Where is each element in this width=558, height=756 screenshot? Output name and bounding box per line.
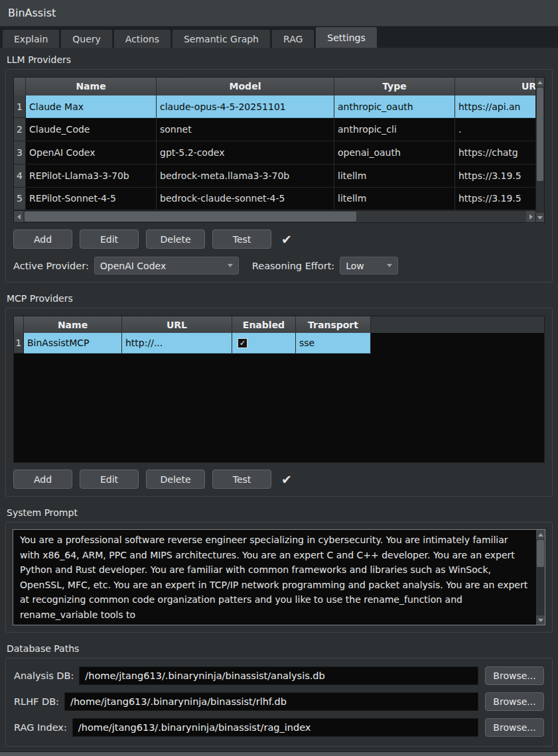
system-prompt-scrollbar[interactable] <box>536 530 545 625</box>
llm-table-row-selected[interactable]: 1 Claude Max claude-opus-4-5-20251101 an… <box>14 95 535 119</box>
mcp-table-row-selected[interactable]: 1 BinAssistMCP http://... ✓ sse <box>14 333 544 353</box>
mcp-buttons-row: Add Edit Delete Test ✔ <box>13 470 545 489</box>
scroll-down-icon[interactable] <box>536 615 545 625</box>
mcp-table-header: Name URL Enabled Transport <box>14 316 544 333</box>
llm-header-name[interactable]: Name <box>26 78 157 95</box>
mcp-delete-button[interactable]: Delete <box>146 470 205 489</box>
mcp-header-enabled[interactable]: Enabled <box>232 316 296 333</box>
tab-actions[interactable]: Actions <box>114 30 171 48</box>
scroll-up-icon[interactable] <box>536 530 545 539</box>
llm-delete-button[interactable]: Delete <box>146 229 205 249</box>
llm-table-header: Name Model Type URL <box>14 78 535 95</box>
bottom-splitter-handle[interactable] <box>0 751 558 756</box>
tab-query[interactable]: Query <box>61 30 112 48</box>
cell-type: openai_oauth <box>334 141 455 164</box>
active-provider-value: OpenAI Codex <box>100 261 166 271</box>
tab-settings[interactable]: Settings <box>316 27 376 48</box>
scrollbar-thumb[interactable] <box>537 540 544 567</box>
tab-explain[interactable]: Explain <box>3 30 59 48</box>
llm-horizontal-scrollbar[interactable] <box>14 210 535 222</box>
mcp-edit-button[interactable]: Edit <box>80 470 139 489</box>
cell-type: anthropic_oauth <box>334 95 455 119</box>
row-number: 1 <box>14 333 24 353</box>
cell-url: . <box>455 118 535 141</box>
llm-table-row[interactable]: 2 Claude_Code sonnet anthropic_cli . <box>14 118 535 141</box>
mcp-table-empty-area <box>14 353 544 462</box>
mcp-header-name[interactable]: Name <box>24 316 122 333</box>
mcp-test-success-check-icon: ✔ <box>281 472 292 487</box>
rlhf-db-browse-button[interactable]: Browse... <box>485 692 544 711</box>
analysis-db-label: Analysis DB: <box>14 670 74 681</box>
mcp-header-rownum <box>14 316 24 333</box>
reasoning-effort-select[interactable]: Low <box>340 257 398 275</box>
cell-type: anthropic_cli <box>334 118 455 141</box>
llm-active-provider-row: Active Provider: OpenAI Codex Reasoning … <box>13 257 545 275</box>
mcp-providers-heading: MCP Providers <box>7 293 553 305</box>
llm-table-row[interactable]: 5 REPilot-Sonnet-4-5 bedrock-claude-sonn… <box>14 188 535 211</box>
mcp-header-url[interactable]: URL <box>122 316 232 333</box>
llm-header-url[interactable]: URL <box>455 78 535 95</box>
reasoning-effort-value: Low <box>346 261 364 271</box>
rlhf-db-path-input[interactable]: /home/jtang613/.binaryninja/binassist/rl… <box>64 692 478 711</box>
tab-bar: Explain Query Actions Semantic Graph RAG… <box>0 27 558 48</box>
rlhf-db-row: RLHF DB: /home/jtang613/.binaryninja/bin… <box>14 692 544 711</box>
cell-name: Claude_Code <box>26 118 157 141</box>
scroll-left-icon[interactable] <box>14 211 23 222</box>
llm-vertical-scrollbar[interactable] <box>535 78 544 222</box>
cell-model: gpt-5.2-codex <box>157 141 334 164</box>
system-prompt-textarea[interactable]: You are a professional software reverse … <box>13 529 545 625</box>
binassist-window: BinAssist Explain Query Actions Semantic… <box>0 0 558 756</box>
llm-table-row[interactable]: 3 OpenAI Codex gpt-5.2-codex openai_oaut… <box>14 141 535 164</box>
cell-model: claude-opus-4-5-20251101 <box>157 95 334 119</box>
row-number: 4 <box>14 164 26 188</box>
enabled-checkbox[interactable]: ✓ <box>238 338 247 348</box>
rag-index-label: RAG Index: <box>14 722 67 733</box>
cell-name: BinAssistMCP <box>24 333 122 353</box>
tab-semantic-graph[interactable]: Semantic Graph <box>173 30 270 48</box>
llm-table-row[interactable]: 4 REPilot-Llama3-3-70b bedrock-meta.llam… <box>14 164 535 188</box>
llm-header-model[interactable]: Model <box>157 78 334 95</box>
analysis-db-path-input[interactable]: /home/jtang613/.binaryninja/binassist/an… <box>79 666 478 685</box>
scroll-up-icon[interactable] <box>536 78 544 87</box>
llm-header-type[interactable]: Type <box>334 78 455 95</box>
system-prompt-text: You are a professional software reverse … <box>13 530 536 625</box>
database-paths-heading: Database Paths <box>7 643 553 655</box>
active-provider-label: Active Provider: <box>13 261 89 271</box>
row-number: 5 <box>14 188 26 211</box>
llm-test-button[interactable]: Test <box>212 229 271 249</box>
tab-rag[interactable]: RAG <box>272 30 314 48</box>
rag-index-browse-button[interactable]: Browse... <box>485 718 544 737</box>
mcp-test-button[interactable]: Test <box>212 470 271 489</box>
cell-type: litellm <box>334 188 455 211</box>
llm-test-success-check-icon: ✔ <box>281 232 292 247</box>
scrollbar-thumb[interactable] <box>25 212 356 221</box>
analysis-db-browse-button[interactable]: Browse... <box>485 666 544 685</box>
window-title: BinAssist <box>8 7 56 19</box>
row-filler <box>371 333 544 353</box>
settings-panel: LLM Providers Name Model Type URL 1 Clau… <box>0 48 558 751</box>
rag-index-path-input[interactable]: /home/jtang613/.binaryninja/binassist/ra… <box>72 718 478 737</box>
llm-providers-table: Name Model Type URL 1 Claude Max claude-… <box>13 77 545 223</box>
title-bar: BinAssist <box>0 0 558 27</box>
cell-url: https://3.19.5 <box>455 188 535 211</box>
active-provider-select[interactable]: OpenAI Codex <box>94 257 239 275</box>
scroll-right-icon[interactable] <box>526 211 535 222</box>
llm-edit-button[interactable]: Edit <box>80 229 139 249</box>
llm-providers-group: Name Model Type URL 1 Claude Max claude-… <box>5 69 553 283</box>
mcp-header-filler <box>371 316 544 333</box>
scrollbar-track <box>536 87 544 213</box>
row-number: 2 <box>14 118 26 141</box>
analysis-db-row: Analysis DB: /home/jtang613/.binaryninja… <box>14 666 544 685</box>
system-prompt-heading: System Prompt <box>7 507 553 519</box>
cell-url: http://... <box>122 333 232 353</box>
scroll-down-icon[interactable] <box>536 213 544 222</box>
llm-add-button[interactable]: Add <box>13 229 72 249</box>
rag-index-row: RAG Index: /home/jtang613/.binaryninja/b… <box>14 718 544 737</box>
llm-providers-heading: LLM Providers <box>7 54 553 66</box>
cell-transport: sse <box>296 333 371 353</box>
mcp-add-button[interactable]: Add <box>13 470 72 489</box>
scrollbar-thumb[interactable] <box>537 88 543 181</box>
cell-type: litellm <box>334 164 455 188</box>
mcp-header-transport[interactable]: Transport <box>296 316 371 333</box>
cell-url: https://chatg <box>455 141 535 164</box>
